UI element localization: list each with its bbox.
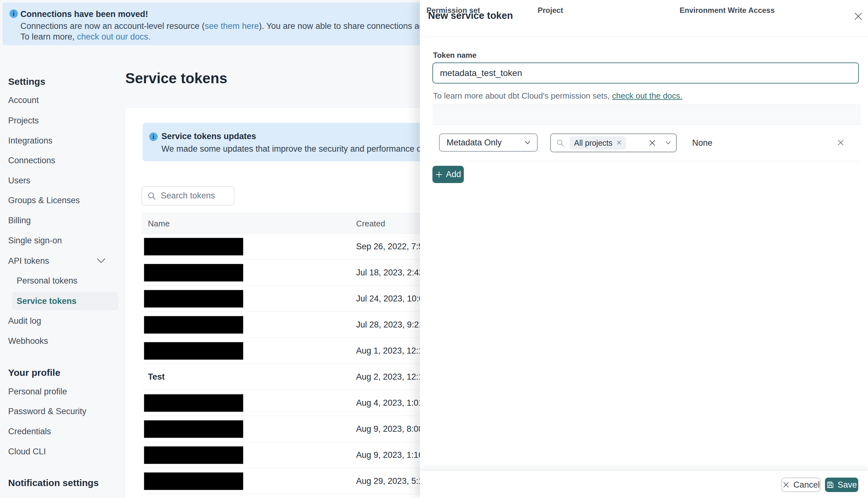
check-docs-link[interactable]: check out our docs.: [77, 32, 150, 41]
notice-title: Service tokens updates: [161, 132, 256, 141]
project-chip-all-projects[interactable]: All projects ✕: [570, 136, 626, 149]
sidebar-heading-your-profile: Your profile: [8, 367, 60, 378]
sidebar-item-account[interactable]: Account: [8, 95, 39, 105]
redacted-token-name: [144, 446, 244, 464]
plus-icon: [435, 171, 443, 178]
cancel-button[interactable]: Cancel: [781, 477, 820, 492]
clear-selection-icon[interactable]: [648, 139, 657, 147]
redacted-token-name: [144, 472, 244, 490]
sidebar-item-groups-licenses[interactable]: Groups & Licenses: [8, 195, 80, 205]
token-name-input[interactable]: [432, 63, 859, 83]
search-icon: [147, 191, 156, 201]
chevron-down-icon: [95, 257, 107, 266]
sidebar-item-connections[interactable]: Connections: [8, 155, 55, 166]
chevron-down-icon[interactable]: [665, 141, 672, 145]
close-icon[interactable]: [851, 10, 865, 23]
column-header-created: Created: [356, 213, 385, 234]
chevron-down-icon: [524, 140, 531, 145]
sidebar-item-users[interactable]: Users: [8, 175, 30, 186]
redacted-token-name: [144, 394, 244, 412]
banner-body-line2: To learn more, check out our docs.: [21, 32, 150, 42]
remove-row-icon[interactable]: [834, 136, 847, 149]
redacted-token-name: [144, 238, 244, 255]
sidebar-item-single-sign-on[interactable]: Single sign-on: [8, 236, 62, 246]
chip-label: All projects: [574, 139, 613, 147]
page-title: Service tokens: [125, 70, 227, 87]
token-name-label: Token name: [433, 51, 476, 60]
see-them-here-link[interactable]: see them here: [205, 21, 259, 31]
redacted-token-name: [144, 290, 244, 308]
sidebar-item-webhooks[interactable]: Webhooks: [8, 336, 48, 346]
environment-write-access-value: None: [692, 134, 712, 152]
sidebar-item-audit-log[interactable]: Audit log: [8, 316, 41, 326]
info-icon: i: [10, 10, 18, 18]
check-out-docs-link[interactable]: check out the docs.: [612, 91, 682, 101]
save-button-label: Save: [838, 480, 857, 490]
permissions-row-divider: [432, 161, 861, 161]
save-disk-icon: [826, 481, 834, 489]
sidebar-heading-settings: Settings: [8, 76, 45, 87]
search-tokens-box[interactable]: [142, 186, 234, 205]
sidebar-item-password-security[interactable]: Password & Security: [8, 406, 87, 416]
permissions-table-header: [432, 105, 861, 125]
search-tokens-input[interactable]: [160, 191, 229, 201]
chip-remove-icon[interactable]: ✕: [616, 139, 622, 147]
sidebar-heading-notification-settings: Notification settings: [8, 477, 98, 488]
sidebar-item-projects[interactable]: Projects: [8, 116, 39, 126]
help-text: To learn more about dbt Cloud's permissi…: [433, 91, 612, 101]
close-icon: [782, 481, 790, 489]
panel-header-divider: [420, 36, 868, 37]
sidebar-item-credentials[interactable]: Credentials: [8, 427, 51, 436]
banner-title: Connections have been moved!: [21, 10, 148, 19]
panel-footer: Cancel Save: [420, 470, 868, 498]
sidebar-item-personal-profile[interactable]: Personal profile: [8, 386, 67, 396]
add-button-label: Add: [446, 170, 461, 179]
new-service-token-panel: New service token Token name To learn mo…: [420, 0, 868, 498]
permission-set-select[interactable]: Metadata Only: [439, 133, 538, 152]
sidebar-item-personal-tokens[interactable]: Personal tokens: [17, 276, 78, 286]
column-header-environment-write-access: Environment Write Access: [680, 0, 775, 21]
sidebar-item-cloud-cli[interactable]: Cloud CLI: [8, 446, 46, 457]
search-icon: [556, 139, 565, 147]
info-icon: i: [149, 132, 158, 141]
column-header-name: Name: [148, 213, 170, 234]
save-button[interactable]: Save: [825, 477, 858, 492]
permission-help-text: To learn more about dbt Cloud's permissi…: [433, 91, 682, 101]
add-permission-button[interactable]: Add: [432, 166, 464, 183]
banner-line2-text: To learn more,: [21, 32, 77, 41]
permission-set-value: Metadata Only: [447, 138, 502, 147]
cancel-button-label: Cancel: [793, 480, 820, 490]
redacted-token-name: [144, 316, 244, 334]
redacted-token-name: [144, 342, 244, 360]
sidebar-item-billing[interactable]: Billing: [8, 215, 31, 225]
column-header-project: Project: [538, 0, 563, 21]
dbt-cloud-settings-page: i Connections have been moved! Connectio…: [0, 0, 868, 498]
sidebar-item-service-tokens[interactable]: Service tokens: [17, 296, 77, 306]
column-header-permission-set: Permission set: [426, 0, 480, 21]
redacted-token-name: [144, 420, 244, 438]
redacted-token-name: [144, 264, 244, 281]
sidebar-item-api-tokens[interactable]: API tokens: [8, 256, 49, 266]
project-combobox[interactable]: All projects ✕: [550, 133, 677, 152]
sidebar-item-integrations[interactable]: Integrations: [8, 136, 52, 146]
banner-line1-text: Connections are now an account-level res…: [21, 21, 205, 31]
token-name: Test: [148, 364, 165, 390]
